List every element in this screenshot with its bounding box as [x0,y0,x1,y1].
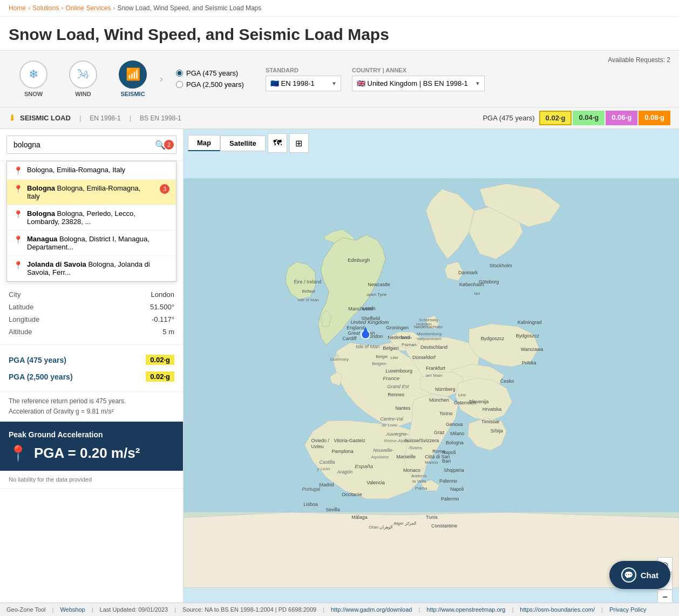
country-select-wrapper[interactable]: 🇬🇧 United Kingdom | BS EN 1998-1 [352,76,485,91]
svg-text:Vorpommern: Vorpommern [417,336,442,341]
svg-text:Bydgoszcz: Bydgoszcz [516,333,540,339]
svg-text:Kaliningrad: Kaliningrad [518,320,542,325]
seismic-tool-button[interactable]: 📶 SEISMIC [108,56,158,101]
svg-text:Città di San: Città di San [425,454,450,459]
wind-tool-button[interactable]: 🌬 WIND [58,56,108,101]
suggestion-text-3: Bologna Bologna, Perledo, Lecco, Lombard… [27,209,169,226]
breadcrumb-solutions[interactable]: Solutions [32,4,59,12]
footer-webshop[interactable]: Webshop [60,606,85,613]
suggestion-item-5[interactable]: 📍 Jolanda di Savoia Bologna, Jolanda di … [7,256,176,281]
svg-text:Uvieu: Uvieu [311,444,323,449]
svg-text:Suisse/Svizzera: Suisse/Svizzera [404,438,439,443]
map-google-maps-button[interactable]: 🗺 [268,133,287,153]
svg-text:Guernsey: Guernsey [330,357,349,362]
svg-text:Belgien: Belgien [383,346,399,351]
suggestion-item-3[interactable]: 📍 Bologna Bologna, Perledo, Lecco, Lomba… [7,205,176,231]
svg-text:Occitanie: Occitanie [342,492,362,497]
return-period: The reference return period is 475 years… [0,392,183,422]
wind-label: WIND [75,91,91,97]
svg-text:y León: y León [316,466,330,471]
download-icon: ⬇ [9,113,16,123]
svg-text:København: København [459,282,484,287]
map-tab-map[interactable]: Map [188,135,220,151]
svg-text:Stockholm: Stockholm [490,263,512,268]
standard-select-wrapper[interactable]: 🇪🇺 EN 1998-1 [266,76,341,91]
svg-text:Mecklenburg-: Mecklenburg- [417,331,443,336]
pga-2500-radio[interactable] [176,81,183,88]
svg-text:Auvergne-: Auvergne- [385,431,408,437]
svg-text:Marino: Marino [425,460,438,465]
svg-text:Belgien: Belgien [372,361,386,366]
pga-badge-002[interactable]: 0.02·g [539,111,572,125]
breadcrumb-current: Snow Load, Wind Speed, and Seismic Load … [117,4,261,12]
city-label: City [9,290,21,299]
city-row: City London [9,288,174,301]
footer-geo-zone: Geo-Zone Tool [6,606,46,613]
svg-text:Frankfurt: Frankfurt [426,365,445,371]
svg-text:Nantes: Nantes [395,405,411,411]
city-value: London [151,290,174,299]
svg-text:Castilla: Castilla [319,459,335,465]
svg-text:Lille: Lille [390,355,398,360]
svg-text:Belgie: Belgie [376,354,388,359]
pga-badge-004[interactable]: 0.04·g [573,111,605,125]
footer-osm-boundaries-link[interactable]: https://osm-boundaries.com/ [520,606,595,613]
pga-badge-008[interactable]: 0.08·g [639,111,670,125]
svg-text:Česko: Česko [500,379,514,384]
longitude-label: Longitude [9,315,39,323]
search-badge: 2 [164,140,174,150]
footer-osm-link[interactable]: http://www.openstreetmap.org [426,606,505,613]
svg-text:Málaga: Málaga [351,515,367,520]
svg-text:Deutschland: Deutschland [420,344,447,350]
svg-text:Valencia: Valencia [366,480,385,485]
breadcrumb-online-services[interactable]: Online Services [65,4,111,12]
pga-2500-label: PGA (2,500 years) [186,80,244,89]
pin-icon-1: 📍 [13,166,23,175]
svg-text:Srbija: Srbija [491,428,503,434]
svg-text:Bydgoszcz: Bydgoszcz [481,336,505,341]
breadcrumb-home[interactable]: Home [9,4,26,12]
map-container[interactable]: Edinburgh Newcastle upon Tyne Stockholm … [184,129,679,616]
search-container: 🔍 2 [0,129,183,161]
suggestion-item-4[interactable]: 📍 Managua Bologna, District I, Managua, … [7,231,176,256]
svg-text:Nürnberg: Nürnberg [435,387,455,392]
country-section: COUNTRY | ANNEX 🇬🇧 United Kingdom | BS E… [352,67,485,91]
no-liability: No liability for the data provided [0,471,183,489]
svg-text:Newcastle: Newcastle [368,282,390,287]
map-fullscreen-button[interactable]: ⊞ [289,133,309,153]
suggestion-item-1[interactable]: 📍 Bologna, Emilia-Romagna, Italy [7,161,176,180]
svg-text:Centre-Val: Centre-Val [380,416,404,422]
svg-text:Manchester: Manchester [348,306,374,312]
map-tab-satellite[interactable]: Satellite [220,136,266,151]
snow-tool-button[interactable]: ❄ SNOW [9,56,58,101]
pin-icon-4: 📍 [13,235,23,244]
pga-475-radio[interactable] [176,70,183,77]
svg-text:Palma: Palma [415,486,427,491]
pga-badge-006[interactable]: 0.06·g [606,111,637,125]
svg-text:Nouvelle-: Nouvelle- [373,448,393,453]
breadcrumb: Home › Solutions › Online Services › Sno… [0,0,679,17]
suggestion-item-2[interactable]: 📍 Bologna Bologna, Emilia-Romagna, Italy… [7,180,176,205]
footer-updated: Last Updated: 09/01/2023 [100,606,168,613]
svg-text:Aquitaine: Aquitaine [370,455,389,459]
pga-475-option[interactable]: PGA (475 years) [176,69,244,77]
svg-text:France: France [383,376,399,382]
svg-text:Hrvatska: Hrvatska [483,407,501,412]
country-select[interactable]: 🇬🇧 United Kingdom | BS EN 1998-1 [352,76,485,91]
pga-2500-result-label: PGA (2,500 years) [9,373,73,381]
svg-text:Holstein: Holstein [416,322,432,327]
svg-text:am Main: am Main [426,373,443,378]
footer-gadm-link[interactable]: http://www.gadm.org/download [331,606,412,613]
altitude-row: Altitude 5 m [9,326,174,338]
chat-button[interactable]: 💬 Chat [609,561,670,589]
latitude-value: 51.500° [150,303,174,311]
pga-2500-option[interactable]: PGA (2,500 years) [176,80,244,89]
svg-text:Linz: Linz [458,392,466,397]
snow-icon: ❄ [19,60,47,89]
svg-text:Sevilla: Sevilla [325,507,340,512]
search-input[interactable] [6,136,176,154]
svg-text:Marseille: Marseille [396,454,416,459]
standard-select[interactable]: 🇪🇺 EN 1998-1 [266,76,341,91]
svg-text:Pamplona: Pamplona [331,449,353,454]
footer-privacy-link[interactable]: Privacy Policy [609,606,646,613]
